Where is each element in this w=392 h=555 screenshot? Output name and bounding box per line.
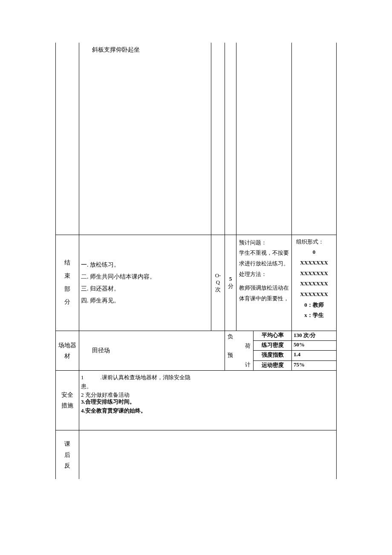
org-title: 组织形式：	[294, 237, 334, 247]
intensity-val: 1.4	[292, 351, 337, 360]
avg-hr-val: 130 次/分	[292, 331, 337, 340]
method-title: 处理方法：	[239, 269, 289, 280]
conclusion-label-2: 束	[64, 273, 70, 279]
conclusion-org: 组织形式： 0 XXXXXXX XXXXXXX XXXXXXX XXXXXXX …	[292, 235, 337, 331]
org-legend-student: x：学生	[294, 310, 334, 321]
safety-item-3: 3.合理安排练习时间。	[81, 398, 192, 407]
conclusion-problem: 预计问题： 学生不重视，不按要求进行放松法练习。 处理方法： 教师强调放松活动在…	[236, 235, 292, 331]
org-x-1: XXXXXXX	[294, 258, 334, 268]
problem-body: 学生不重视，不按要求进行放松法练习。	[239, 248, 289, 269]
row1-time	[225, 43, 236, 235]
load-l1: 负	[228, 332, 251, 341]
conclusion-reps: O-Q 次	[211, 235, 225, 331]
conclusion-item-2: 二. 师生共同小结本课内容。	[81, 271, 209, 283]
conclusion-label-1: 结	[64, 259, 70, 266]
org-x-3: XXXXXXX	[294, 279, 334, 289]
safety-label: 安全 措施	[56, 370, 79, 430]
problem-title: 预计问题：	[239, 238, 289, 248]
safety-item-4: 4.安全教育贯穿课的始终。	[81, 407, 192, 416]
avg-hr-label: 平均心率	[254, 331, 292, 340]
safety-item-1: 1 .课前认真检查场地器材，消除安全隐患。	[81, 373, 192, 391]
row1-problem	[236, 43, 292, 235]
time-text: 5	[229, 276, 232, 282]
motion-label: 运动密度	[254, 360, 292, 370]
motion-val: 75%	[292, 360, 337, 370]
org-legend-teacher: 0：教师	[294, 300, 334, 311]
row1-org	[292, 43, 337, 235]
conclusion-content: 一. 放松练习。 二. 师生共同小结本课内容。 三. 归还器材。 四. 师生再见…	[79, 235, 211, 331]
conclusion-label-3: 部	[64, 286, 70, 292]
intensity-label: 强度指数	[254, 351, 292, 360]
safety-item-2: 2 充分做好准备活动	[81, 391, 192, 398]
row1-col1	[56, 43, 79, 235]
row1-reps	[211, 43, 225, 235]
conclusion-section-label: 结 束 部 分	[56, 235, 79, 331]
safety-content: 1 .课前认真检查场地器材，消除安全隐患。 2 充分做好准备活动 3.合理安排练…	[79, 370, 337, 430]
method-body: 教师强调放松活动在体育课中的重要性，	[239, 283, 289, 304]
conclusion-time: 5 分	[225, 235, 236, 331]
conclusion-item-1: 一. 放松练习。	[81, 259, 209, 271]
org-x-4: XXXXXXX	[294, 289, 334, 300]
reflection-content	[79, 430, 337, 479]
load-forecast-label: 负 荷 预 计	[225, 331, 254, 370]
row1-content: 斜板支撑仰卧起坐	[79, 43, 211, 235]
reps-unit: 次	[215, 286, 221, 293]
load-l3: 预	[228, 351, 251, 360]
venue-text: 田径场	[92, 347, 110, 354]
reps-text: O-Q	[215, 272, 221, 285]
venue-label: 场地器 材	[56, 331, 79, 370]
org-x-2: XXXXXXX	[294, 268, 334, 279]
time-unit: 分	[228, 283, 233, 289]
org-teacher-sym: 0	[294, 247, 334, 258]
load-l4: 计	[228, 360, 251, 369]
density-label: 练习密度	[254, 340, 292, 350]
row1-text: 斜板支撑仰卧起坐	[92, 46, 140, 53]
lesson-plan-table: 斜板支撑仰卧起坐 结 束 部 分 一. 放松练习。 二. 师生共同小结本课内容。…	[55, 43, 337, 479]
density-val: 50%	[292, 340, 337, 350]
conclusion-item-4: 四. 师生再见。	[81, 295, 209, 307]
load-l2: 荷	[228, 341, 251, 351]
venue-value: 田径场	[79, 331, 225, 370]
conclusion-item-3: 三. 归还器材。	[81, 283, 209, 295]
conclusion-label-4: 分	[64, 299, 70, 305]
reflection-label: 课 后 反	[56, 430, 79, 479]
